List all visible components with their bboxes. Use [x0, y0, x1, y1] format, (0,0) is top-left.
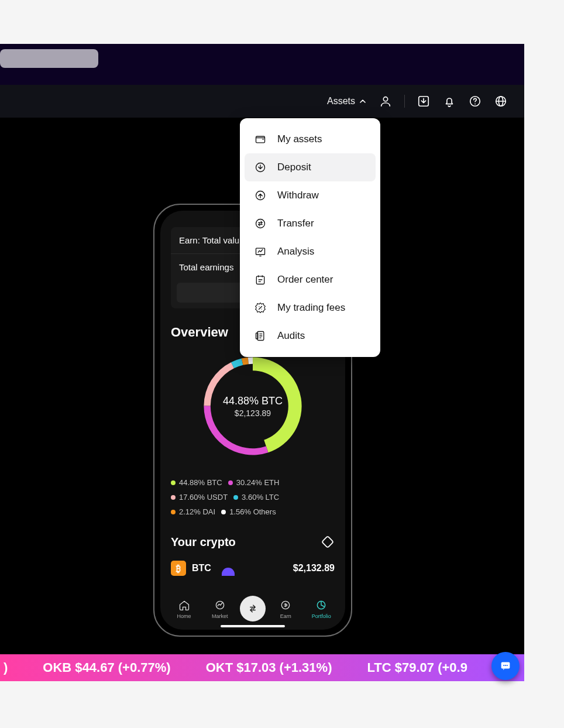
legend-dot: [221, 510, 226, 514]
svg-point-0: [383, 97, 387, 101]
donut-legend: 44.88% BTC30.24% ETH17.60% USDT3.60% LTC…: [171, 476, 335, 520]
legend-label: 1.56% Others: [229, 505, 276, 520]
bottom-nav: Home Market Earn Portfolio: [166, 596, 339, 621]
your-crypto-title: Your crypto: [171, 535, 236, 549]
legend-item-usdt: 17.60% USDT: [171, 490, 228, 505]
topbar: Assets: [0, 85, 524, 118]
earn-icon: [279, 599, 292, 612]
home-icon: [178, 599, 191, 612]
nav-market[interactable]: Market: [204, 599, 236, 619]
donut-center-amount: $2,123.89: [235, 408, 271, 418]
sparkline-icon: [222, 568, 235, 576]
withdraw-icon: [254, 189, 267, 202]
transfer-icon: [254, 217, 267, 230]
dropdown-item-label: My assets: [277, 133, 322, 145]
nav-portfolio[interactable]: Portfolio: [305, 599, 337, 619]
globe-icon[interactable]: [494, 94, 508, 108]
dropdown-item-label: Deposit: [277, 162, 311, 173]
nav-trade-button[interactable]: [240, 596, 266, 621]
analysis-icon: [254, 245, 267, 258]
home-indicator: [221, 625, 285, 627]
legend-item-eth: 30.24% ETH: [228, 476, 280, 490]
user-icon[interactable]: [379, 94, 393, 108]
ticker-fragment: ): [0, 660, 8, 675]
chat-button[interactable]: [491, 652, 520, 680]
legend-item-ltc: 3.60% LTC: [233, 490, 279, 505]
dropdown-item-transfer[interactable]: Transfer: [240, 210, 380, 238]
crypto-row-btc[interactable]: ₿ BTC $2,132.89: [171, 561, 335, 576]
legend-dot: [171, 480, 176, 485]
bell-icon[interactable]: [442, 94, 456, 108]
ticker-item-okb[interactable]: OKB $44.67 (+0.77%): [43, 660, 170, 675]
crypto-symbol: BTC: [192, 563, 211, 574]
chevron-up-icon: [359, 97, 367, 105]
redacted-bar: [0, 49, 98, 68]
svg-point-20: [505, 665, 506, 666]
dropdown-item-my-trading-fees[interactable]: My trading fees: [240, 294, 380, 322]
legend-dot: [228, 480, 233, 485]
dropdown-item-label: Audits: [277, 330, 305, 342]
audits-icon: [254, 329, 267, 342]
price-ticker: )OKB $44.67 (+0.77%)OKT $17.03 (+1.31%)L…: [0, 654, 524, 681]
chat-icon: [499, 660, 512, 672]
nav-earn[interactable]: Earn: [270, 599, 301, 619]
nav-home[interactable]: Home: [168, 599, 200, 619]
svg-point-13: [256, 219, 265, 228]
market-icon: [214, 599, 226, 612]
svg-rect-17: [256, 333, 258, 339]
order-center-icon: [254, 273, 267, 286]
svg-rect-6: [322, 536, 333, 548]
dropdown-item-label: Withdraw: [277, 190, 319, 201]
divider: [404, 95, 405, 108]
portfolio-icon: [315, 599, 328, 612]
dropdown-item-label: Analysis: [277, 246, 314, 257]
assets-label: Assets: [327, 96, 355, 107]
scan-icon[interactable]: [321, 535, 335, 549]
legend-dot: [233, 495, 238, 500]
dropdown-item-order-center[interactable]: Order center: [240, 266, 380, 294]
assets-menu-trigger[interactable]: Assets: [327, 96, 367, 107]
svg-point-3: [474, 104, 476, 105]
legend-dot: [171, 510, 176, 514]
dropdown-item-audits[interactable]: Audits: [240, 322, 380, 350]
dropdown-item-label: Transfer: [277, 218, 314, 229]
dropdown-item-withdraw[interactable]: Withdraw: [240, 181, 380, 210]
ticker-item-ltc[interactable]: LTC $79.07 (+0.9: [367, 660, 467, 675]
deposit-icon: [254, 161, 267, 174]
dropdown-item-label: Order center: [277, 274, 333, 286]
legend-dot: [171, 495, 176, 500]
legend-label: 44.88% BTC: [179, 476, 222, 490]
legend-label: 3.60% LTC: [242, 490, 279, 505]
donut-center-pct: 44.88% BTC: [223, 395, 283, 407]
legend-item-btc: 44.88% BTC: [171, 476, 222, 490]
assets-dropdown: My assetsDepositWithdrawTransferAnalysis…: [240, 118, 380, 357]
download-icon[interactable]: [417, 94, 431, 108]
svg-point-19: [503, 665, 504, 666]
legend-label: 2.12% DAI: [179, 505, 215, 520]
dropdown-item-my-assets[interactable]: My assets: [240, 125, 380, 153]
portfolio-donut-chart: 44.88% BTC $2,123.89: [197, 351, 308, 462]
btc-icon: ₿: [171, 561, 186, 576]
dropdown-item-label: My trading fees: [277, 302, 345, 314]
dropdown-item-deposit[interactable]: Deposit: [245, 153, 376, 181]
legend-item-others: 1.56% Others: [221, 505, 276, 520]
legend-label: 30.24% ETH: [236, 476, 280, 490]
dropdown-item-analysis[interactable]: Analysis: [240, 238, 380, 266]
svg-point-21: [507, 665, 508, 666]
crypto-amount: $2,132.89: [293, 563, 335, 574]
fees-icon: [254, 301, 267, 314]
legend-item-dai: 2.12% DAI: [171, 505, 215, 520]
legend-label: 17.60% USDT: [179, 490, 228, 505]
wallet-icon: [254, 133, 267, 146]
swap-icon: [247, 603, 259, 614]
svg-rect-15: [256, 276, 264, 284]
ticker-item-okt[interactable]: OKT $17.03 (+1.31%): [206, 660, 332, 675]
help-icon[interactable]: [468, 94, 482, 108]
